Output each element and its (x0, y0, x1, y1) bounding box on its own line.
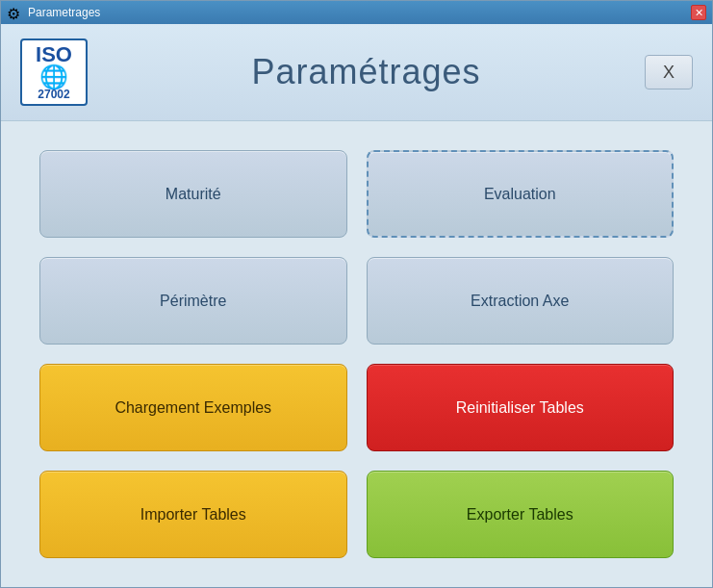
title-bar-close-button[interactable]: ✕ (691, 5, 706, 20)
iso-logo-text: ISO (36, 44, 72, 65)
iso-globe-icon: 🌐 (39, 65, 68, 89)
extraction-axe-button[interactable]: Extraction Axe (367, 257, 675, 345)
window-icon: ⚙ (7, 5, 22, 20)
iso-logo: ISO 🌐 27002 (20, 38, 88, 106)
button-grid: Maturité Evaluation Périmètre Extraction… (1, 121, 712, 587)
importer-tables-button[interactable]: Importer Tables (39, 471, 347, 558)
perimetre-button[interactable]: Périmètre (39, 257, 347, 345)
header-close-button[interactable]: X (645, 55, 693, 89)
page-title: Paramétrages (88, 52, 645, 92)
iso-logo-number: 27002 (38, 89, 69, 100)
evaluation-button[interactable]: Evaluation (367, 150, 675, 238)
chargement-exemples-button[interactable]: Chargement Exemples (39, 364, 347, 451)
main-window: ⚙ Parametrages ✕ ISO 🌐 27002 Paramétrage… (0, 0, 713, 588)
exporter-tables-button[interactable]: Exporter Tables (367, 471, 675, 558)
maturite-button[interactable]: Maturité (39, 150, 347, 238)
header: ISO 🌐 27002 Paramétrages X (1, 24, 712, 121)
reinitialiser-tables-button[interactable]: Reinitialiser Tables (367, 364, 675, 451)
title-bar-text: Parametrages (28, 6, 691, 19)
title-bar: ⚙ Parametrages ✕ (1, 1, 712, 24)
